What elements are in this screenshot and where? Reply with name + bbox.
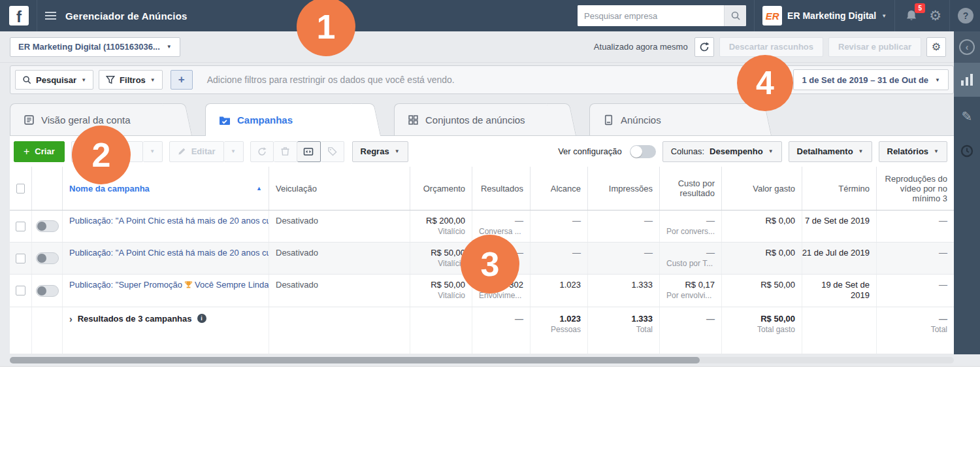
- view-setup-label: Ver configuração: [558, 146, 622, 156]
- export-columns-icon[interactable]: [297, 141, 321, 162]
- search-icon[interactable]: [724, 5, 746, 26]
- tab-ad-sets[interactable]: Conjuntos de anúncios: [394, 103, 565, 135]
- hamburger-menu-icon[interactable]: [45, 12, 56, 20]
- search-icon: [22, 75, 31, 84]
- annotation-circle-4: 4: [737, 55, 793, 111]
- reports-button[interactable]: Relatórios ▼: [879, 141, 948, 162]
- help-icon[interactable]: ?: [958, 8, 973, 24]
- delivery-status: Desativado: [276, 248, 318, 258]
- date-range-button[interactable]: 1 de Set de 2019 – 31 de Out de ▼: [793, 69, 949, 90]
- divider: [37, 0, 37, 31]
- campaign-name-link[interactable]: Publicação: "A Point Chic está há mais d…: [69, 216, 269, 226]
- column-delivery[interactable]: Veiculação: [269, 167, 410, 210]
- column-reach[interactable]: Alcance: [530, 167, 587, 210]
- column-results[interactable]: Resultados: [472, 167, 530, 210]
- chevron-down-icon: ▼: [81, 77, 86, 83]
- tag-icon[interactable]: [321, 141, 344, 162]
- campaign-toggle[interactable]: [36, 220, 59, 232]
- quick-actions-group: [250, 141, 344, 162]
- review-publish-button[interactable]: Revisar e publicar: [828, 37, 921, 57]
- account-menu[interactable]: ER ER Marketing Digital ▼: [762, 6, 887, 25]
- scrollbar-thumb[interactable]: [10, 357, 700, 363]
- toggle-column-header: [31, 167, 62, 210]
- edit-dropdown[interactable]: ▼: [224, 141, 244, 162]
- filter-placeholder: Adicione filtros para restringir os dado…: [207, 75, 455, 85]
- expand-chevron-icon[interactable]: ›: [69, 314, 73, 324]
- clock-icon: [960, 144, 974, 158]
- info-icon[interactable]: i: [197, 314, 206, 323]
- account-avatar: ER: [762, 6, 782, 25]
- account-bar: ER Marketing Digital (1105163036... ▼ At…: [0, 31, 954, 63]
- search-filter-button[interactable]: Pesquisar ▼: [15, 70, 93, 90]
- row-checkbox[interactable]: [16, 222, 25, 231]
- delivery-status: Desativado: [276, 216, 318, 226]
- app-title: Gerenciador de Anúncios: [65, 10, 188, 22]
- ab-test-icon[interactable]: [250, 141, 274, 162]
- campaigns-folder-icon: [219, 115, 231, 126]
- ad-sets-grid-icon: [408, 114, 419, 126]
- account-name: ER Marketing Digital: [787, 10, 876, 21]
- tab-ads[interactable]: Anúncios: [589, 103, 760, 135]
- bar-chart-icon: [961, 74, 973, 86]
- campaign-toggle[interactable]: [36, 285, 59, 297]
- edit-panel-button[interactable]: ✎: [954, 97, 980, 135]
- column-amount-spent[interactable]: Valor gasto: [721, 167, 802, 210]
- trophy-icon: [184, 280, 193, 289]
- filter-bar: Pesquisar ▼ Filtros ▼ + Adicione filtros…: [10, 65, 954, 94]
- select-all-checkbox[interactable]: [16, 184, 25, 194]
- top-nav: f Gerenciador de Anúncios ER ER Marketin…: [0, 0, 980, 31]
- campaign-toggle[interactable]: [36, 252, 59, 264]
- column-cost-per-result[interactable]: Custo por resultado: [659, 167, 721, 210]
- duplicate-dropdown[interactable]: ▼: [143, 141, 163, 162]
- pencil-icon: [178, 147, 186, 156]
- chevron-down-icon: ▼: [935, 77, 940, 83]
- breakdown-button[interactable]: Detalhamento ▼: [789, 141, 872, 162]
- charts-panel-button[interactable]: [954, 63, 980, 97]
- filters-button[interactable]: Filtros ▼: [99, 70, 163, 90]
- refresh-button[interactable]: [694, 37, 714, 57]
- campaign-name-link[interactable]: Publicação: "A Point Chic está há mais d…: [69, 248, 269, 258]
- row-checkbox[interactable]: [16, 286, 25, 295]
- chevron-down-icon: ▼: [150, 77, 155, 83]
- tab-campaigns[interactable]: Campanhas: [205, 103, 370, 136]
- pencil-icon: ✎: [962, 109, 973, 124]
- company-search-input[interactable]: [578, 5, 724, 26]
- column-budget[interactable]: Orçamento: [410, 167, 472, 210]
- delete-trash-icon[interactable]: [274, 141, 297, 162]
- ad-account-selector[interactable]: ER Marketing Digital (1105163036... ▼: [10, 37, 180, 57]
- divider: [894, 0, 895, 31]
- column-video-plays[interactable]: Reproduções do vídeo por no mínimo 3: [876, 167, 954, 210]
- annotation-circle-2: 2: [72, 126, 131, 184]
- settings-gear-icon[interactable]: ⚙: [929, 8, 941, 24]
- view-setup-toggle[interactable]: [630, 145, 656, 158]
- chevron-left-icon: ‹: [966, 42, 969, 52]
- totals-label: Resultados de 3 campanhas: [78, 314, 192, 324]
- columns-button[interactable]: Colunas: Desempenho ▼: [662, 141, 782, 162]
- campaign-name-link[interactable]: Publicação: "Super Promoção Você Sempre …: [69, 280, 269, 290]
- add-filter-button[interactable]: +: [171, 70, 193, 90]
- collapse-panel-button[interactable]: ‹: [954, 31, 980, 63]
- history-panel-button[interactable]: [954, 135, 980, 167]
- annotation-circle-3: 3: [461, 235, 519, 294]
- horizontal-scrollbar[interactable]: [10, 357, 954, 363]
- discard-drafts-button[interactable]: Descartar rascunhos: [719, 37, 823, 57]
- account-overview-icon: [24, 114, 35, 126]
- table-header: Nome da campanha ▲ Veiculação Orçamento …: [10, 167, 954, 211]
- settings-gear-button[interactable]: ⚙: [926, 37, 946, 57]
- plus-icon: +: [24, 146, 29, 158]
- column-end-date[interactable]: Término: [802, 167, 876, 210]
- right-rail: ‹ ✎: [954, 31, 980, 354]
- ads-icon: [603, 114, 614, 126]
- campaigns-toolbar: + Criar ▼ Editar ▼: [10, 135, 954, 167]
- edit-button[interactable]: Editar: [169, 141, 224, 162]
- chevron-down-icon: ▼: [881, 13, 887, 19]
- level-tabs: Visão geral da conta Campanhas Conjuntos…: [10, 103, 954, 135]
- toolbar-right: Ver configuração Colunas: Desempenho ▼ D…: [558, 141, 947, 162]
- notifications-bell-icon[interactable]: 5: [903, 7, 920, 24]
- company-search: [578, 5, 746, 26]
- column-impressions[interactable]: Impressões: [587, 167, 659, 210]
- rules-button[interactable]: Regras ▼: [352, 141, 408, 162]
- create-button[interactable]: + Criar: [14, 141, 65, 162]
- facebook-logo-icon[interactable]: f: [9, 6, 29, 25]
- row-checkbox[interactable]: [16, 254, 25, 263]
